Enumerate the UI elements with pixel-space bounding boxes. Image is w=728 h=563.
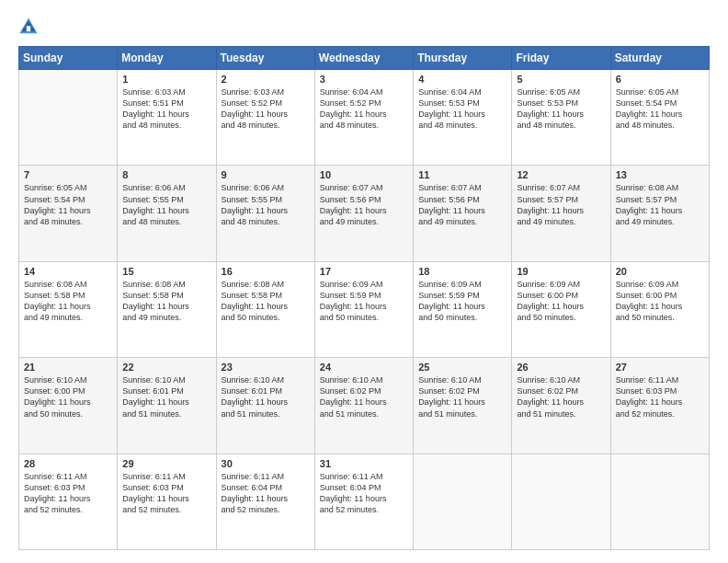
day-number: 22 <box>122 362 210 373</box>
day-number: 18 <box>418 266 506 277</box>
day-number: 19 <box>517 266 605 277</box>
calendar-cell: 3Sunrise: 6:04 AM Sunset: 5:52 PM Daylig… <box>314 70 413 166</box>
calendar-cell: 5Sunrise: 6:05 AM Sunset: 5:53 PM Daylig… <box>512 70 610 166</box>
calendar-header-tuesday: Tuesday <box>216 47 314 70</box>
day-info: Sunrise: 6:04 AM Sunset: 5:52 PM Dayligh… <box>320 86 408 132</box>
day-number: 24 <box>320 362 408 373</box>
day-info: Sunrise: 6:08 AM Sunset: 5:58 PM Dayligh… <box>122 279 210 324</box>
day-number: 2 <box>222 74 310 85</box>
day-number: 30 <box>222 458 310 469</box>
day-info: Sunrise: 6:11 AM Sunset: 6:03 PM Dayligh… <box>24 471 112 516</box>
calendar-week-row: 14Sunrise: 6:08 AM Sunset: 5:58 PM Dayli… <box>19 261 710 357</box>
day-info: Sunrise: 6:06 AM Sunset: 5:55 PM Dayligh… <box>122 182 210 227</box>
day-info: Sunrise: 6:07 AM Sunset: 5:57 PM Dayligh… <box>517 182 605 227</box>
day-info: Sunrise: 6:10 AM Sunset: 6:02 PM Dayligh… <box>418 374 506 419</box>
calendar-cell: 23Sunrise: 6:10 AM Sunset: 6:01 PM Dayli… <box>216 358 314 454</box>
day-number: 28 <box>24 458 112 469</box>
day-number: 31 <box>320 458 408 469</box>
calendar-cell: 15Sunrise: 6:08 AM Sunset: 5:58 PM Dayli… <box>118 261 216 357</box>
day-info: Sunrise: 6:05 AM Sunset: 5:54 PM Dayligh… <box>24 182 112 227</box>
day-info: Sunrise: 6:10 AM Sunset: 6:01 PM Dayligh… <box>222 374 310 419</box>
day-info: Sunrise: 6:03 AM Sunset: 5:51 PM Dayligh… <box>122 86 210 132</box>
day-info: Sunrise: 6:07 AM Sunset: 5:56 PM Dayligh… <box>320 182 408 227</box>
calendar-cell: 14Sunrise: 6:08 AM Sunset: 5:58 PM Dayli… <box>19 261 118 357</box>
calendar-cell <box>610 454 709 549</box>
calendar-cell: 19Sunrise: 6:09 AM Sunset: 6:00 PM Dayli… <box>512 261 610 357</box>
calendar-cell: 6Sunrise: 6:05 AM Sunset: 5:54 PM Daylig… <box>610 70 709 166</box>
day-number: 3 <box>320 74 408 85</box>
calendar-cell: 10Sunrise: 6:07 AM Sunset: 5:56 PM Dayli… <box>314 166 413 261</box>
calendar-header-thursday: Thursday <box>414 47 512 70</box>
day-number: 4 <box>418 74 506 85</box>
day-number: 10 <box>320 169 408 180</box>
calendar-cell: 30Sunrise: 6:11 AM Sunset: 6:04 PM Dayli… <box>216 454 314 549</box>
calendar-cell: 16Sunrise: 6:08 AM Sunset: 5:58 PM Dayli… <box>216 261 314 357</box>
calendar-cell: 4Sunrise: 6:04 AM Sunset: 5:53 PM Daylig… <box>414 70 512 166</box>
calendar-cell: 2Sunrise: 6:03 AM Sunset: 5:52 PM Daylig… <box>216 70 314 166</box>
calendar-cell: 1Sunrise: 6:03 AM Sunset: 5:51 PM Daylig… <box>118 70 216 166</box>
day-info: Sunrise: 6:10 AM Sunset: 6:01 PM Dayligh… <box>122 374 210 419</box>
day-info: Sunrise: 6:11 AM Sunset: 6:04 PM Dayligh… <box>222 471 310 516</box>
calendar-cell: 9Sunrise: 6:06 AM Sunset: 5:55 PM Daylig… <box>216 166 314 261</box>
day-number: 17 <box>320 266 408 277</box>
calendar-week-row: 21Sunrise: 6:10 AM Sunset: 6:00 PM Dayli… <box>19 358 710 454</box>
calendar-cell: 24Sunrise: 6:10 AM Sunset: 6:02 PM Dayli… <box>314 358 413 454</box>
calendar-cell: 8Sunrise: 6:06 AM Sunset: 5:55 PM Daylig… <box>118 166 216 261</box>
calendar-cell: 29Sunrise: 6:11 AM Sunset: 6:03 PM Dayli… <box>118 454 216 549</box>
day-info: Sunrise: 6:11 AM Sunset: 6:04 PM Dayligh… <box>320 471 408 516</box>
calendar-cell: 11Sunrise: 6:07 AM Sunset: 5:56 PM Dayli… <box>414 166 512 261</box>
day-number: 9 <box>222 169 310 180</box>
calendar-cell: 13Sunrise: 6:08 AM Sunset: 5:57 PM Dayli… <box>610 166 709 261</box>
day-number: 6 <box>616 74 704 85</box>
logo <box>18 17 42 37</box>
calendar-header-wednesday: Wednesday <box>314 47 413 70</box>
day-number: 25 <box>418 362 506 373</box>
day-number: 14 <box>24 266 112 277</box>
day-number: 16 <box>222 266 310 277</box>
calendar-week-row: 7Sunrise: 6:05 AM Sunset: 5:54 PM Daylig… <box>19 166 710 261</box>
calendar-cell <box>512 454 610 549</box>
calendar-cell: 22Sunrise: 6:10 AM Sunset: 6:01 PM Dayli… <box>118 358 216 454</box>
calendar-cell: 25Sunrise: 6:10 AM Sunset: 6:02 PM Dayli… <box>414 358 512 454</box>
day-info: Sunrise: 6:09 AM Sunset: 6:00 PM Dayligh… <box>517 279 605 324</box>
calendar-cell <box>414 454 512 549</box>
day-info: Sunrise: 6:03 AM Sunset: 5:52 PM Dayligh… <box>222 86 310 132</box>
day-info: Sunrise: 6:11 AM Sunset: 6:03 PM Dayligh… <box>616 374 704 419</box>
calendar-week-row: 1Sunrise: 6:03 AM Sunset: 5:51 PM Daylig… <box>19 70 710 166</box>
day-info: Sunrise: 6:09 AM Sunset: 5:59 PM Dayligh… <box>418 279 506 324</box>
calendar-cell <box>19 70 118 166</box>
day-info: Sunrise: 6:05 AM Sunset: 5:54 PM Dayligh… <box>616 86 704 132</box>
calendar-cell: 12Sunrise: 6:07 AM Sunset: 5:57 PM Dayli… <box>512 166 610 261</box>
page: SundayMondayTuesdayWednesdayThursdayFrid… <box>0 0 728 563</box>
calendar-cell: 26Sunrise: 6:10 AM Sunset: 6:02 PM Dayli… <box>512 358 610 454</box>
day-info: Sunrise: 6:10 AM Sunset: 6:02 PM Dayligh… <box>517 374 605 419</box>
header <box>18 17 710 37</box>
calendar-header-saturday: Saturday <box>610 47 709 70</box>
day-number: 20 <box>616 266 704 277</box>
day-number: 15 <box>122 266 210 277</box>
calendar-header-sunday: Sunday <box>19 47 118 70</box>
day-info: Sunrise: 6:11 AM Sunset: 6:03 PM Dayligh… <box>122 471 210 516</box>
calendar-cell: 31Sunrise: 6:11 AM Sunset: 6:04 PM Dayli… <box>314 454 413 549</box>
day-info: Sunrise: 6:04 AM Sunset: 5:53 PM Dayligh… <box>418 86 506 132</box>
day-info: Sunrise: 6:08 AM Sunset: 5:58 PM Dayligh… <box>222 279 310 324</box>
day-info: Sunrise: 6:08 AM Sunset: 5:58 PM Dayligh… <box>24 279 112 324</box>
day-number: 23 <box>222 362 310 373</box>
day-number: 13 <box>616 169 704 180</box>
logo-icon <box>18 17 39 37</box>
day-number: 27 <box>616 362 704 373</box>
day-info: Sunrise: 6:09 AM Sunset: 5:59 PM Dayligh… <box>320 279 408 324</box>
calendar-week-row: 28Sunrise: 6:11 AM Sunset: 6:03 PM Dayli… <box>19 454 710 549</box>
day-number: 8 <box>122 169 210 180</box>
calendar-cell: 27Sunrise: 6:11 AM Sunset: 6:03 PM Dayli… <box>610 358 709 454</box>
day-info: Sunrise: 6:05 AM Sunset: 5:53 PM Dayligh… <box>517 86 605 132</box>
day-number: 5 <box>517 74 605 85</box>
day-info: Sunrise: 6:10 AM Sunset: 6:02 PM Dayligh… <box>320 374 408 419</box>
day-number: 1 <box>122 74 210 85</box>
day-number: 11 <box>418 169 506 180</box>
day-info: Sunrise: 6:09 AM Sunset: 6:00 PM Dayligh… <box>616 279 704 324</box>
calendar-cell: 28Sunrise: 6:11 AM Sunset: 6:03 PM Dayli… <box>19 454 118 549</box>
calendar-header-row: SundayMondayTuesdayWednesdayThursdayFrid… <box>19 47 710 70</box>
calendar-header-monday: Monday <box>118 47 216 70</box>
day-number: 12 <box>517 169 605 180</box>
